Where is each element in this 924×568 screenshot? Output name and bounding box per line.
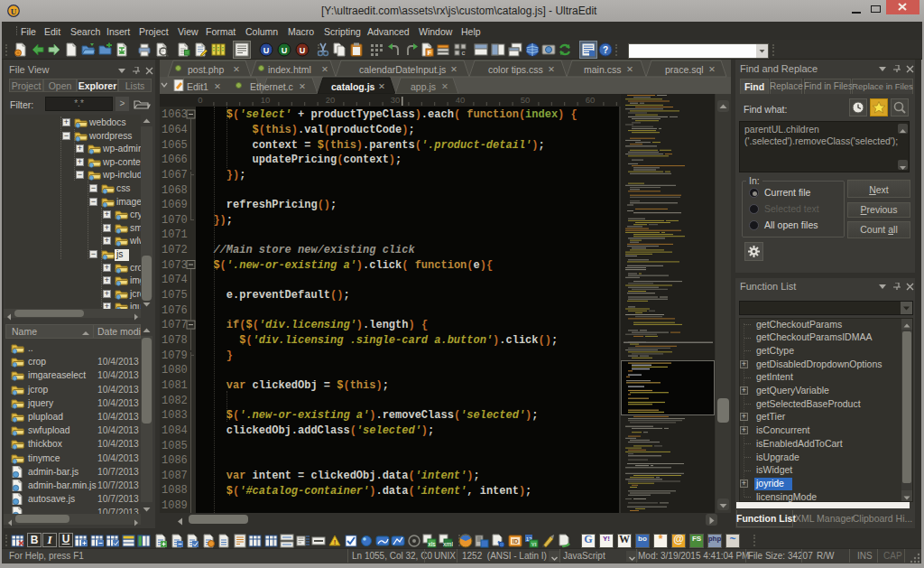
svg-text:xml: xml <box>443 541 453 547</box>
svg-text:ID: ID <box>513 538 519 545</box>
svg-text:!: ! <box>334 538 337 546</box>
svg-text:YI: YI <box>531 542 537 547</box>
svg-text:xls: xls <box>428 541 436 547</box>
